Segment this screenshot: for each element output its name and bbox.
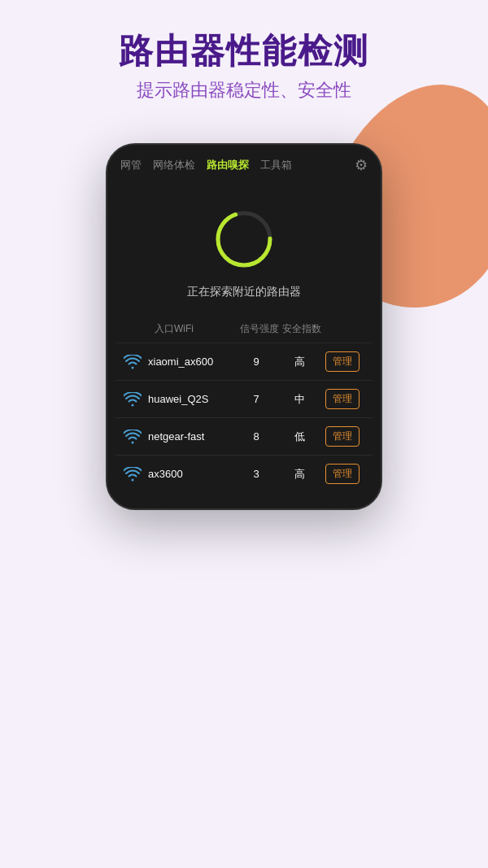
table-row: ax3600 3 高 管理 — [115, 455, 373, 492]
nav-bar: 网管 网络体检 路由嗅探 工具箱 ⚙ — [107, 145, 381, 182]
wifi-signal-0: 9 — [234, 355, 277, 368]
col-header-action — [322, 322, 364, 336]
phone-mockup: 网管 网络体检 路由嗅探 工具箱 ⚙ 正在探索附近的路由器 入口WiFi 信号强… — [106, 143, 382, 510]
wifi-name-0: xiaomi_ax600 — [148, 355, 234, 368]
spinner — [211, 207, 277, 272]
wifi-table-header: 入口WiFi 信号强度 安全指数 — [115, 316, 373, 342]
header-section: 路由器性能检测 提示路由器稳定性、安全性 — [0, 0, 488, 119]
spinner-svg — [211, 207, 277, 272]
main-title: 路由器性能检测 — [16, 33, 472, 70]
wifi-name-3: ax3600 — [148, 468, 234, 480]
wifi-action-1[interactable]: 管理 — [321, 389, 364, 409]
sub-title: 提示路由器稳定性、安全性 — [16, 78, 472, 103]
wifi-name-1: huawei_Q2S — [148, 393, 234, 405]
wifi-action-3[interactable]: 管理 — [321, 464, 364, 484]
table-row: xiaomi_ax600 9 高 管理 — [115, 342, 373, 380]
wifi-icon — [124, 392, 148, 407]
wifi-security-3: 高 — [278, 467, 321, 482]
phone-wrapper: 网管 网络体检 路由嗅探 工具箱 ⚙ 正在探索附近的路由器 入口WiFi 信号强… — [0, 143, 488, 510]
manage-button-3[interactable]: 管理 — [325, 464, 359, 484]
col-header-name: 入口WiFi — [124, 322, 238, 336]
wifi-section: 入口WiFi 信号强度 安全指数 xiaomi_ax — [107, 316, 381, 508]
wifi-security-0: 高 — [278, 355, 321, 369]
nav-item-luyou[interactable]: 路由嗅探 — [207, 158, 249, 172]
wifi-name-2: netgear-fast — [148, 430, 234, 443]
manage-button-0[interactable]: 管理 — [325, 351, 359, 372]
wifi-security-2: 低 — [278, 430, 321, 444]
loading-text: 正在探索附近的路由器 — [187, 285, 301, 299]
table-row: netgear-fast 8 低 管理 — [115, 417, 373, 455]
wifi-icon — [124, 355, 148, 369]
wifi-security-1: 中 — [278, 392, 321, 407]
wifi-signal-2: 8 — [234, 430, 277, 443]
table-row: huawei_Q2S 7 中 管理 — [115, 380, 373, 417]
wifi-action-0[interactable]: 管理 — [321, 351, 364, 372]
col-header-signal: 信号强度 — [238, 322, 281, 336]
gear-icon[interactable]: ⚙ — [355, 156, 368, 174]
nav-item-wanguan[interactable]: 网管 — [120, 158, 142, 172]
loading-area: 正在探索附近的路由器 — [107, 182, 381, 316]
nav-item-toolbox[interactable]: 工具箱 — [260, 158, 292, 172]
manage-button-1[interactable]: 管理 — [325, 389, 359, 409]
wifi-action-2[interactable]: 管理 — [321, 426, 364, 447]
wifi-icon — [124, 467, 148, 482]
wifi-icon — [124, 430, 148, 444]
wifi-signal-3: 3 — [234, 468, 277, 480]
col-header-security: 安全指数 — [281, 322, 323, 336]
nav-item-jiancha[interactable]: 网络体检 — [153, 158, 195, 172]
wifi-signal-1: 7 — [234, 393, 277, 405]
manage-button-2[interactable]: 管理 — [325, 426, 359, 447]
